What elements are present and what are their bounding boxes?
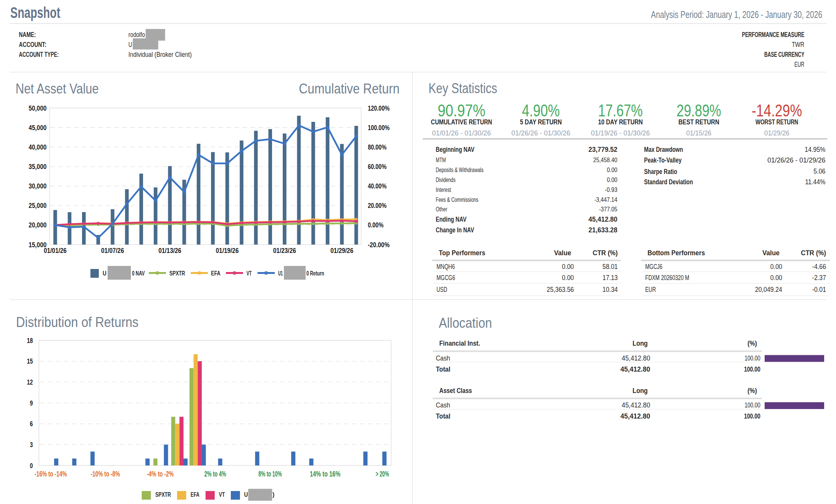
svg-text:EFA: EFA xyxy=(191,491,200,498)
svg-text:20,000: 20,000 xyxy=(29,221,47,229)
svg-text:25,000: 25,000 xyxy=(29,201,47,209)
svg-text:29.89%: 29.89% xyxy=(677,101,721,120)
svg-text:01/26/26 - 01/30/26: 01/26/26 - 01/30/26 xyxy=(511,129,570,137)
svg-text:8% to 10%: 8% to 10% xyxy=(258,469,282,478)
svg-text:100.00: 100.00 xyxy=(744,365,760,373)
svg-text:EFA: EFA xyxy=(211,270,221,277)
svg-text:45,412.80: 45,412.80 xyxy=(620,412,650,420)
svg-text:(%): (%) xyxy=(747,386,757,395)
svg-text:01/15/26: 01/15/26 xyxy=(686,129,712,137)
svg-text:Sharpe Ratio: Sharpe Ratio xyxy=(644,167,677,176)
svg-text:0 Return: 0 Return xyxy=(306,270,324,277)
svg-text:01/19/26 - 01/30/26: 01/19/26 - 01/30/26 xyxy=(591,129,650,137)
svg-text:25,458.40: 25,458.40 xyxy=(593,156,617,163)
svg-text:45,412.80: 45,412.80 xyxy=(622,354,650,362)
svg-text:6: 6 xyxy=(30,420,33,428)
svg-text:01/29/26: 01/29/26 xyxy=(764,129,789,137)
svg-text:Standard Deviation: Standard Deviation xyxy=(644,178,693,186)
svg-text:01/13/26: 01/13/26 xyxy=(158,246,181,254)
svg-text:Total: Total xyxy=(436,412,450,420)
svg-text:Top Performers: Top Performers xyxy=(439,249,485,257)
svg-text:Analysis Period: January 1, 20: Analysis Period: January 1, 2026 - Janua… xyxy=(651,9,822,20)
svg-text:Key Statistics: Key Statistics xyxy=(428,81,497,96)
svg-text:-3,447.14: -3,447.14 xyxy=(594,196,618,203)
svg-text:Snapshot: Snapshot xyxy=(10,4,60,21)
svg-text:Other: Other xyxy=(436,206,448,213)
svg-text:VT: VT xyxy=(219,491,225,498)
svg-text:Cash: Cash xyxy=(436,401,450,409)
svg-text:Value: Value xyxy=(762,249,780,257)
svg-text:100.00: 100.00 xyxy=(745,401,760,409)
svg-text:20,049.24: 20,049.24 xyxy=(755,286,782,293)
svg-text:100.00%: 100.00% xyxy=(368,124,390,132)
svg-text:SPXTR: SPXTR xyxy=(155,491,171,498)
svg-text:80.00%: 80.00% xyxy=(368,143,387,151)
svg-text:0.00: 0.00 xyxy=(607,176,617,183)
svg-text:Cumulative Return: Cumulative Return xyxy=(299,81,399,97)
svg-text:VT: VT xyxy=(246,270,252,277)
svg-text:BASE CURRENCY: BASE CURRENCY xyxy=(764,50,804,58)
svg-text:4.90%: 4.90% xyxy=(522,101,560,120)
svg-text:CTR (%): CTR (%) xyxy=(593,249,618,257)
svg-text:Cash: Cash xyxy=(436,354,450,362)
svg-text:Ending NAV: Ending NAV xyxy=(436,215,467,223)
svg-text:): ) xyxy=(272,491,274,498)
svg-text:Bottom Performers: Bottom Performers xyxy=(648,249,705,257)
svg-text:3: 3 xyxy=(30,441,33,449)
svg-text:U: U xyxy=(103,270,106,277)
svg-text:14% to 16%: 14% to 16% xyxy=(310,469,340,478)
svg-text:Allocation: Allocation xyxy=(439,315,492,331)
svg-text:0.00: 0.00 xyxy=(770,274,782,282)
svg-text:01/01/26 - 01/30/26: 01/01/26 - 01/30/26 xyxy=(432,129,491,137)
svg-text:0 NAV: 0 NAV xyxy=(132,270,145,277)
svg-text:01/07/26: 01/07/26 xyxy=(101,246,124,254)
svg-text:ACCOUNT TYPE:: ACCOUNT TYPE: xyxy=(19,50,59,58)
svg-text:EUR: EUR xyxy=(794,60,804,68)
svg-text:100.00: 100.00 xyxy=(744,412,760,420)
svg-text:01/01/26: 01/01/26 xyxy=(44,246,67,254)
svg-text:60.00%: 60.00% xyxy=(368,163,387,171)
svg-text:21,633.28: 21,633.28 xyxy=(588,226,617,234)
svg-text:-0.01: -0.01 xyxy=(812,286,826,293)
svg-text:Asset Class: Asset Class xyxy=(439,386,472,395)
svg-text:10.34: 10.34 xyxy=(602,286,618,293)
svg-text:01/29/26: 01/29/26 xyxy=(330,246,353,254)
svg-text:45,412.80: 45,412.80 xyxy=(588,215,617,223)
svg-text:MTM: MTM xyxy=(436,156,446,163)
svg-text:Distribution of Returns: Distribution of Returns xyxy=(16,314,139,330)
svg-text:17.67%: 17.67% xyxy=(598,101,643,120)
svg-text:11.44%: 11.44% xyxy=(805,178,825,186)
svg-text:BEST RETURN: BEST RETURN xyxy=(678,118,719,126)
svg-text:-10% to -8%: -10% to -8% xyxy=(91,469,120,478)
svg-text:0.00: 0.00 xyxy=(770,263,782,271)
svg-text:58.01: 58.01 xyxy=(602,263,618,271)
svg-text:Value: Value xyxy=(554,249,571,257)
svg-text:Beginning NAV: Beginning NAV xyxy=(436,145,475,153)
svg-text:Long: Long xyxy=(633,339,648,347)
svg-text:23,779.52: 23,779.52 xyxy=(588,145,617,153)
svg-text:-377.05: -377.05 xyxy=(599,206,617,213)
svg-text:Long: Long xyxy=(633,386,648,395)
svg-text:90.97%: 90.97% xyxy=(438,101,485,120)
svg-text:EUR: EUR xyxy=(645,286,656,293)
svg-text:45,412.80: 45,412.80 xyxy=(620,365,650,373)
svg-text:Individual (Broker Client): Individual (Broker Client) xyxy=(129,50,192,58)
svg-text:25,363.56: 25,363.56 xyxy=(547,286,574,293)
svg-text:rodolfo: rodolfo xyxy=(129,31,145,39)
svg-text:-20.00%: -20.00% xyxy=(368,241,390,249)
svg-text:FDXM 20260320 M: FDXM 20260320 M xyxy=(645,274,689,282)
svg-text:MNQH6: MNQH6 xyxy=(437,263,455,271)
svg-text:01/23/26: 01/23/26 xyxy=(273,246,296,254)
svg-text:-0.93: -0.93 xyxy=(605,186,617,193)
svg-text:100.00: 100.00 xyxy=(745,354,760,362)
svg-text:10 DAY RETURN: 10 DAY RETURN xyxy=(598,118,643,126)
svg-text:MGCG6: MGCG6 xyxy=(437,274,455,282)
svg-text:-4.66: -4.66 xyxy=(812,263,826,271)
svg-text:Peak-To-Valley: Peak-To-Valley xyxy=(644,156,682,164)
svg-text:Change In NAV: Change In NAV xyxy=(436,226,474,234)
svg-text:9: 9 xyxy=(30,399,33,407)
svg-text:-2.37: -2.37 xyxy=(812,274,826,282)
svg-text:45,000: 45,000 xyxy=(29,124,47,132)
svg-text:14.95%: 14.95% xyxy=(805,146,825,153)
svg-text:2% to 4%: 2% to 4% xyxy=(205,469,226,478)
